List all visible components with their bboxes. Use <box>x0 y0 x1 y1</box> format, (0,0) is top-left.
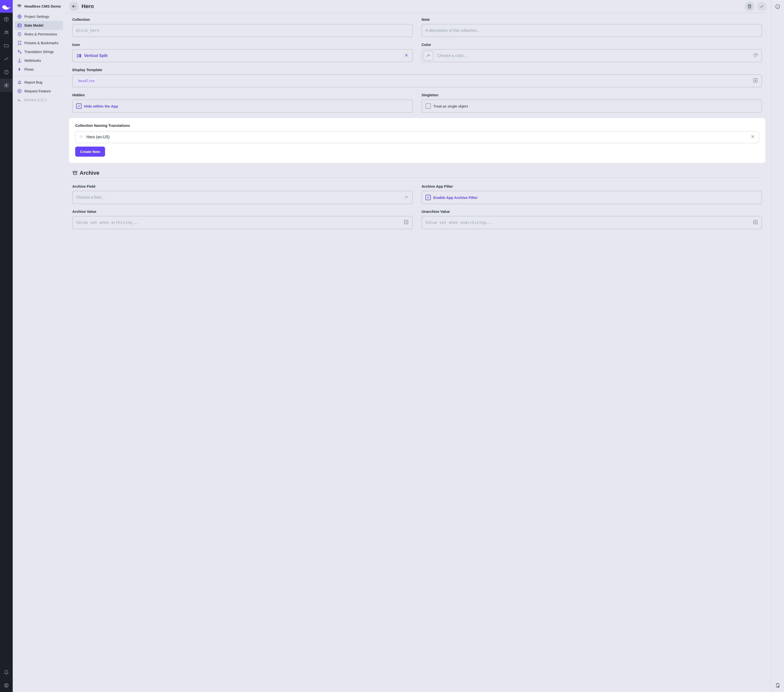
hidden-checkbox-row[interactable]: Hide within the App <box>72 99 413 112</box>
module-insights[interactable] <box>0 52 13 66</box>
info-button[interactable] <box>771 0 784 13</box>
add-field-button[interactable] <box>753 78 758 84</box>
module-settings[interactable] <box>0 79 13 92</box>
nav-data-model[interactable]: Data Model <box>15 21 63 30</box>
archive-value-add[interactable] <box>404 220 409 226</box>
nav-flows[interactable]: Flows <box>15 65 63 74</box>
hidden-text: Hide within the App <box>84 104 118 108</box>
svg-point-9 <box>19 59 20 59</box>
module-files[interactable] <box>0 39 13 52</box>
singleton-checkbox-row[interactable]: Treat as single object <box>422 99 762 112</box>
archive-icon <box>72 170 77 176</box>
eyedropper-icon <box>426 53 431 58</box>
nav-divider <box>16 76 62 76</box>
notifications-button[interactable] <box>0 666 13 679</box>
back-button[interactable] <box>69 2 79 11</box>
nav-request-feature[interactable]: Request Feature <box>15 87 63 96</box>
translation-value: Hero (en-US) <box>86 135 110 139</box>
svg-rect-8 <box>18 24 21 27</box>
module-docs[interactable] <box>0 66 13 79</box>
nav-report-bug[interactable]: Report Bug <box>15 78 63 87</box>
archive-section-header[interactable]: Archive <box>72 170 762 176</box>
note-input[interactable]: A description of this collection... <box>422 24 762 37</box>
content-scroll: Collection block_hero Note A description… <box>65 13 771 692</box>
nav-presets[interactable]: Presets & Bookmarks <box>15 39 63 48</box>
project-name: Headless CMS Demo <box>25 4 61 8</box>
label-archive-field: Archive Field <box>72 184 413 188</box>
delete-button[interactable] <box>745 2 754 11</box>
svg-point-15 <box>756 55 757 55</box>
project-switcher[interactable]: Headless CMS Demo <box>15 0 63 12</box>
select-chevron <box>404 195 409 200</box>
main-panel: Hero Collection block_hero Note A descri… <box>65 0 771 692</box>
nav-item-label: Data Model <box>25 23 43 27</box>
hidden-checkbox[interactable] <box>76 103 82 109</box>
drag-handle[interactable] <box>79 134 84 140</box>
globe-icon <box>17 14 22 19</box>
clear-icon-button[interactable] <box>404 53 409 59</box>
nav-roles[interactable]: Roles & Permissions <box>15 30 63 39</box>
check-icon <box>427 196 430 199</box>
svg-point-1 <box>7 31 8 32</box>
svg-point-13 <box>755 54 756 55</box>
close-icon <box>404 53 409 58</box>
nav-project-settings[interactable]: Project Settings <box>15 12 63 21</box>
svg-point-6 <box>6 684 7 685</box>
nav-item-label: Flows <box>25 68 34 71</box>
info-icon <box>775 4 780 9</box>
nav-item-label: Roles & Permissions <box>25 32 57 36</box>
save-button[interactable] <box>757 2 766 11</box>
unarchive-value-add[interactable] <box>753 220 758 226</box>
archive-title: Archive <box>80 170 99 176</box>
svg-point-14 <box>756 54 756 55</box>
remove-translation-button[interactable] <box>750 134 755 140</box>
singleton-checkbox[interactable] <box>425 103 431 109</box>
check-icon <box>77 104 81 108</box>
archive-value-input[interactable]: Value set when archiving... <box>72 216 413 229</box>
account-button[interactable] <box>0 679 13 692</box>
module-users[interactable] <box>0 26 13 39</box>
unarchive-value-input[interactable]: Value set when unarchiving... <box>422 216 762 229</box>
label-note: Note <box>422 17 762 21</box>
create-btn-label: Create New <box>80 150 100 154</box>
translate-icon <box>17 50 22 54</box>
archive-field-select[interactable]: Choose a field... <box>72 191 413 204</box>
archive-value-placeholder: Value set when archiving... <box>76 220 139 225</box>
display-template-input[interactable]: Headline <box>72 74 762 88</box>
label-display-template: Display Template <box>72 68 762 72</box>
collection-input[interactable]: block_hero <box>72 24 413 37</box>
vertical-split-icon <box>76 53 82 58</box>
archive-field-placeholder: Choose a field... <box>76 195 105 200</box>
icon-input[interactable]: Vertical Split <box>72 49 413 62</box>
color-input[interactable]: Choose a color... <box>422 49 762 62</box>
create-translation-button[interactable]: Create New <box>75 147 105 157</box>
color-swatch[interactable] <box>423 51 433 61</box>
nav-translations[interactable]: Translation Strings <box>15 48 63 56</box>
template-chip[interactable]: Headline <box>76 78 97 84</box>
bug-icon <box>17 80 22 85</box>
chevron-down-icon <box>404 195 409 200</box>
palette-icon <box>753 53 758 58</box>
module-content[interactable] <box>0 13 13 26</box>
nav-webhooks[interactable]: Webhooks <box>15 56 63 65</box>
list-icon <box>17 23 22 28</box>
singleton-text: Treat as single object <box>433 104 468 108</box>
revisions-button[interactable] <box>771 679 784 692</box>
nav-item-label: Translation Strings <box>25 50 54 54</box>
palette-button[interactable] <box>753 53 758 59</box>
label-singleton: Singleton <box>422 93 762 97</box>
label-archive-filter: Archive App Filter <box>422 184 762 188</box>
add-box-icon <box>404 220 409 225</box>
icon-value: Vertical Split <box>84 53 107 58</box>
label-archive-value: Archive Value <box>72 210 413 213</box>
archive-filter-row[interactable]: Enable App Archive Filter <box>422 191 762 204</box>
module-rail <box>0 0 13 692</box>
anchor-icon <box>17 58 22 63</box>
label-hidden: Hidden <box>72 93 413 97</box>
label-translations: Collection Naming Translations <box>75 124 759 127</box>
nav-version: Directus 9.21.2 <box>15 96 63 104</box>
svg-point-0 <box>5 31 7 32</box>
archive-filter-checkbox[interactable] <box>425 195 431 200</box>
app-logo[interactable] <box>0 0 13 13</box>
translation-item[interactable]: Hero (en-US) <box>75 131 759 143</box>
